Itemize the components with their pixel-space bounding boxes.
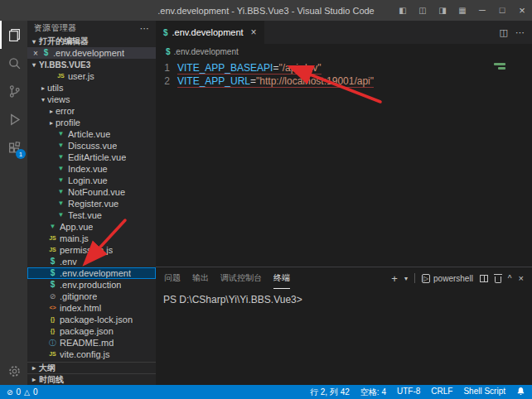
customize-layout-icon[interactable]: ▦ — [452, 0, 472, 21]
tree-item-error[interactable]: ▸error — [27, 105, 156, 117]
shell-label: powershell — [433, 274, 473, 283]
tree-item-views[interactable]: ▾views — [27, 94, 156, 105]
warning-icon: △ — [24, 388, 30, 397]
toggle-sidebar-icon[interactable]: ◧ — [393, 0, 413, 21]
more-actions-icon[interactable]: ⋯ — [515, 27, 525, 38]
panel-tab-输出[interactable]: 输出 — [192, 267, 209, 289]
tree-item-profile[interactable]: ▸profile — [27, 117, 156, 128]
open-editor-label: .env.development — [53, 48, 124, 58]
tree-item-label: package-lock.json — [60, 315, 133, 324]
divider — [414, 273, 415, 283]
line-number: 1 — [156, 61, 177, 75]
tree-item-NotFound.vue[interactable]: ▼NotFound.vue — [27, 186, 156, 198]
terminal-dropdown-icon[interactable]: ▾ — [404, 275, 408, 282]
maximize-panel-icon[interactable]: ^ — [508, 274, 512, 283]
json-file-icon: {} — [47, 325, 58, 337]
panel-tab-调试控制台[interactable]: 调试控制台 — [220, 267, 262, 289]
vue-file-icon: ▼ — [47, 221, 58, 233]
editor-actions: ◫ ⋯ — [500, 27, 532, 38]
vue-file-icon: ▼ — [56, 186, 66, 198]
tree-item-label: vite.config.js — [60, 349, 110, 359]
env-file-icon: $ — [47, 279, 58, 291]
status-item[interactable]: 行 2, 列 42 — [310, 387, 350, 398]
status-item[interactable]: CRLF — [431, 387, 452, 398]
close-icon[interactable]: × — [512, 0, 532, 21]
new-terminal-icon[interactable]: + — [391, 272, 398, 285]
tree-item-Login.vue[interactable]: ▼Login.vue — [27, 175, 156, 186]
tree-item-label: .env — [60, 257, 77, 267]
split-terminal-icon[interactable] — [480, 275, 488, 282]
git-branch-icon — [7, 84, 22, 99]
error-count: 0 — [17, 387, 22, 397]
activity-settings[interactable] — [0, 357, 27, 385]
split-editor-icon[interactable]: ◫ — [500, 27, 508, 38]
token-variable: VITE_APP_BASEAPI — [177, 62, 273, 74]
status-item[interactable]: UTF-8 — [397, 387, 420, 398]
tree-item-vite.config.js[interactable]: JSvite.config.js — [27, 349, 156, 360]
kill-terminal-icon[interactable] — [495, 276, 501, 283]
code-editor[interactable]: 1VITE_APP_BASEAPI="/api-dev"2VITE_APP_UR… — [156, 59, 532, 267]
status-items: 行 2, 列 42空格: 4UTF-8CRLFShell Script — [310, 387, 505, 398]
tree-item-EditArticle.vue[interactable]: ▼EditArticle.vue — [27, 151, 156, 163]
terminal-output[interactable]: PS D:\CSharp\Yi\Yi.BBS.Vue3> — [156, 289, 532, 385]
tree-item-label: views — [47, 94, 70, 104]
activity-run-debug[interactable] — [0, 105, 27, 133]
tree-item-Index.vue[interactable]: ▼Index.vue — [27, 163, 156, 175]
maximize-icon[interactable]: □ — [492, 0, 512, 21]
toggle-panel-icon[interactable]: ◫ — [413, 0, 433, 21]
problems-status[interactable]: ⊘ 0 △ 0 — [7, 387, 38, 397]
activity-search[interactable] — [0, 49, 27, 77]
token-string: "/api-dev" — [278, 62, 321, 74]
tree-item-.env.production[interactable]: $.env.production — [27, 279, 156, 291]
tree-item-.env.development[interactable]: $.env.development — [27, 267, 156, 279]
token-operator: = — [250, 75, 256, 87]
activity-source-control[interactable] — [0, 77, 27, 105]
tab-close-icon[interactable]: × — [251, 26, 257, 38]
activity-extensions[interactable]: 1 — [0, 133, 27, 161]
tree-item-Discuss.vue[interactable]: ▼Discuss.vue — [27, 140, 156, 151]
outline-section[interactable]: ▸ 大纲 — [27, 362, 156, 373]
outline-label: 大纲 — [39, 363, 56, 374]
tree-item-README.md[interactable]: ⓘREADME.md — [27, 337, 156, 349]
code-line-1[interactable]: 1VITE_APP_BASEAPI="/api-dev" — [156, 61, 532, 75]
tree-item-package.json[interactable]: {}package.json — [27, 325, 156, 337]
js-file-icon: JS — [47, 233, 58, 244]
timeline-section[interactable]: ▸ 时间线 — [27, 373, 156, 385]
workspace-header[interactable]: ▾ YI.BBS.VUE3 — [27, 59, 156, 70]
code-line-2[interactable]: 2VITE_APP_URL="http://localhost:19001/ap… — [156, 75, 532, 88]
tree-item-Article.vue[interactable]: ▼Article.vue — [27, 128, 156, 140]
env-file-icon: $ — [47, 256, 58, 267]
tree-item-Register.vue[interactable]: ▼Register.vue — [27, 198, 156, 209]
panel-tab-问题[interactable]: 问题 — [164, 267, 181, 289]
workspace-label: YI.BBS.VUE3 — [39, 60, 90, 70]
open-editor-item[interactable]: × $ .env.development — [27, 47, 156, 59]
explorer-more-icon[interactable]: ⋯ — [140, 23, 149, 34]
warning-count: 0 — [33, 387, 38, 397]
tree-item-utils[interactable]: ▸utils — [27, 82, 156, 94]
tree-item-index.html[interactable]: <>index.html — [27, 302, 156, 314]
open-editors-header[interactable]: ▾ 打开的编辑器 — [27, 36, 156, 47]
close-panel-icon[interactable]: × — [519, 273, 524, 283]
tree-item-App.vue[interactable]: ▼App.vue — [27, 221, 156, 233]
tree-item-permission.js[interactable]: JSpermission.js — [27, 244, 156, 256]
minimize-icon[interactable]: ─ — [472, 0, 492, 21]
status-item[interactable]: 空格: 4 — [360, 387, 386, 398]
tree-item-package-lock.json[interactable]: {}package-lock.json — [27, 314, 156, 325]
tree-item-.env[interactable]: $.env — [27, 256, 156, 267]
extensions-badge: 1 — [16, 149, 26, 159]
shell-picker[interactable]: ▷ powershell — [422, 274, 473, 283]
tree-item-Test.vue[interactable]: ▼Test.vue — [27, 209, 156, 221]
panel-tab-终端[interactable]: 终端 — [273, 267, 290, 289]
status-item[interactable]: Shell Script — [463, 387, 505, 398]
close-editor-icon[interactable]: × — [31, 49, 41, 58]
tree-item-.gitignore[interactable]: ⊘.gitignore — [27, 291, 156, 302]
tab-env-development[interactable]: $ .env.development × — [156, 21, 264, 44]
window-controls: ◧ ◫ ◨ ▦ ─ □ × — [393, 0, 532, 21]
toggle-secondary-sidebar-icon[interactable]: ◨ — [433, 0, 452, 21]
activity-bar: 1 — [0, 21, 27, 385]
tree-item-user.js[interactable]: JSuser.js — [27, 70, 156, 82]
bell-icon[interactable] — [516, 387, 525, 397]
breadcrumb-item[interactable]: .env.development — [174, 47, 239, 56]
activity-explorer[interactable] — [0, 21, 27, 49]
tree-item-main.js[interactable]: JSmain.js — [27, 233, 156, 244]
